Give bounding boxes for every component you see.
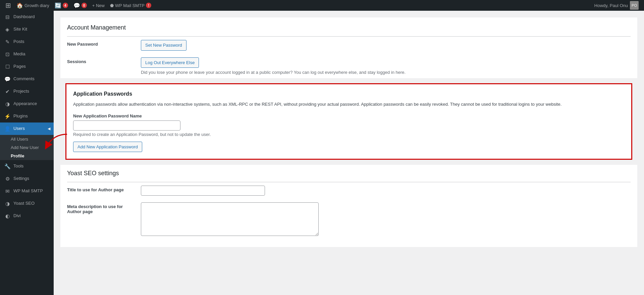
home-icon: 🏠	[16, 2, 23, 9]
pages-icon: ☐	[4, 63, 11, 70]
new-password-label: New Password	[67, 42, 98, 47]
users-arrow: ◀	[48, 126, 50, 131]
media-icon: ⊡	[4, 51, 11, 58]
page-title: Account Management	[60, 17, 637, 36]
divi-icon: ◐	[4, 212, 11, 219]
sidebar-item-dashboard[interactable]: ⊟ Dashboard	[0, 11, 54, 23]
user-menu[interactable]: Howdy, Paul Onu PO	[592, 1, 641, 10]
app-password-name-label: New Application Password Name	[73, 113, 625, 118]
sidebar-item-projects[interactable]: ✔ Projects	[0, 85, 54, 98]
sidebar-item-wpmail[interactable]: ✉ WP Mail SMTP	[0, 185, 54, 197]
sidebar-item-media[interactable]: ⊡ Media	[0, 48, 54, 60]
set-new-password-button[interactable]: Set New Password	[141, 40, 186, 51]
add-new-application-password-button[interactable]: Add New Application Password	[73, 142, 142, 152]
updates-link[interactable]: 🔄 4	[52, 0, 71, 11]
new-password-row: New Password Set New Password	[60, 37, 637, 54]
avatar: PO	[630, 1, 639, 10]
sidebar-item-divi[interactable]: ◐ Divi	[0, 210, 54, 222]
wp-mail-smtp-link[interactable]: ⬟ WP Mail SMTP !	[107, 0, 154, 11]
comments-icon: 💬	[4, 76, 11, 83]
app-passwords-description: Application passwords allow authenticati…	[73, 101, 625, 108]
posts-icon: ✎	[4, 38, 11, 45]
sidebar-item-posts[interactable]: ✎ Posts	[0, 36, 54, 48]
author-title-label: Title to use for Author page	[67, 187, 124, 192]
author-title-row: Title to use for Author page	[60, 182, 637, 199]
submenu-profile[interactable]: Profile	[0, 152, 54, 160]
dashboard-icon: ⊟	[4, 13, 11, 20]
wpmail-icon: ✉	[4, 188, 11, 195]
sidebar-item-sitekit[interactable]: ◈ Site Kit	[0, 23, 54, 36]
sidebar-item-users[interactable]: 👤 Users ◀	[0, 122, 54, 135]
meta-description-row: Meta description to use for Author page	[60, 199, 637, 240]
settings-icon: ⚙	[4, 175, 11, 182]
application-passwords-section: Application Passwords Application passwo…	[65, 83, 632, 160]
yoast-seo-section: Yoast SEO settings Title to use for Auth…	[60, 165, 637, 247]
account-management-section: Account Management New Password Set New …	[60, 17, 637, 78]
users-submenu: All Users Add New User Profile	[0, 135, 54, 160]
submenu-add-new-user[interactable]: Add New User	[0, 143, 54, 152]
meta-description-input[interactable]	[141, 202, 319, 236]
sidebar-item-comments[interactable]: 💬 Comments	[0, 73, 54, 85]
sidebar-item-tools[interactable]: 🔧 Tools	[0, 160, 54, 173]
main-content: Account Management New Password Set New …	[54, 11, 644, 295]
sidebar: ⊟ Dashboard ◈ Site Kit ✎ Posts ⊡ Media ☐…	[0, 11, 54, 295]
comments-icon: 💬	[73, 2, 80, 9]
appearance-icon: ◑	[4, 100, 11, 107]
yoast-title: Yoast SEO settings	[60, 165, 637, 182]
updates-icon: 🔄	[55, 2, 61, 9]
meta-description-label: Meta description to use for Author page	[67, 204, 123, 214]
admin-bar: ⊞ 🏠 Growth diary 🔄 4 💬 0 + New ⬟ WP Mail…	[0, 0, 644, 11]
sessions-row: Sessions Log Out Everywhere Else Did you…	[60, 54, 637, 79]
wp-logo-icon[interactable]: ⊞	[3, 1, 14, 9]
yoast-icon: ◑	[4, 200, 11, 207]
author-title-input[interactable]	[141, 186, 265, 196]
submenu-all-users[interactable]: All Users	[0, 135, 54, 143]
sessions-note: Did you lose your phone or leave your ac…	[141, 70, 631, 75]
app-password-name-hint: Required to create an Application Passwo…	[73, 132, 625, 137]
plugins-icon: ⚡	[4, 113, 11, 120]
logout-everywhere-button[interactable]: Log Out Everywhere Else	[141, 57, 199, 68]
sitekit-icon: ◈	[4, 26, 11, 33]
comments-link[interactable]: 💬 0	[71, 0, 90, 11]
users-icon: 👤	[4, 125, 11, 132]
sidebar-item-yoast[interactable]: ◑ Yoast SEO	[0, 197, 54, 210]
site-name-link[interactable]: 🏠 Growth diary	[14, 0, 52, 11]
app-password-name-input[interactable]	[73, 120, 180, 131]
sidebar-item-settings[interactable]: ⚙ Settings	[0, 173, 54, 185]
sidebar-item-pages[interactable]: ☐ Pages	[0, 60, 54, 73]
sessions-label: Sessions	[67, 59, 86, 64]
app-passwords-title: Application Passwords	[73, 91, 625, 97]
woo-icon: ⬟	[110, 3, 114, 8]
account-form-table: New Password Set New Password Sessions L…	[60, 37, 637, 78]
sidebar-item-appearance[interactable]: ◑ Appearance	[0, 98, 54, 110]
sidebar-item-plugins[interactable]: ⚡ Plugins	[0, 110, 54, 122]
projects-icon: ✔	[4, 88, 11, 95]
tools-icon: 🔧	[4, 163, 11, 170]
new-content-link[interactable]: + New	[90, 0, 107, 11]
yoast-form-table: Title to use for Author page Meta descri…	[60, 182, 637, 240]
